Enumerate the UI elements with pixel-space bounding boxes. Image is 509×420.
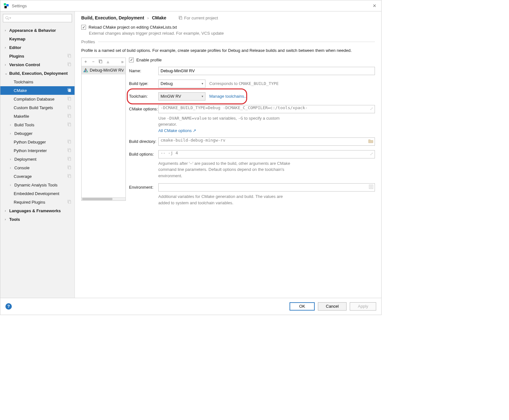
tree-item-plugins[interactable]: Plugins: [0, 52, 75, 60]
env-input[interactable]: [158, 183, 375, 192]
tree-item-deployment[interactable]: ›Deployment: [0, 155, 75, 164]
chevron-right-icon: ›: [5, 63, 8, 66]
svg-rect-2: [4, 6, 7, 8]
tree-item-required-plugins[interactable]: Required Plugins: [0, 198, 75, 206]
chevron-right-icon: ›: [10, 166, 13, 170]
project-scope-icon: [68, 148, 71, 153]
tree-item-python-interpreter[interactable]: Python Interpreter: [0, 146, 75, 155]
tree-item-embedded-development[interactable]: Embedded Development: [0, 189, 75, 198]
svg-rect-16: [68, 115, 71, 118]
tree-item-label: Tools: [9, 217, 20, 222]
tree-item-python-debugger[interactable]: Python Debugger: [0, 138, 75, 146]
tree-item-label: Toolchains: [14, 80, 33, 84]
tree-item-debugger[interactable]: ›Debugger: [0, 129, 75, 138]
tree-item-dynamic-analysis-tools[interactable]: ›Dynamic Analysis Tools: [0, 181, 75, 189]
tree-item-console[interactable]: ›Console: [0, 164, 75, 172]
close-icon[interactable]: ×: [371, 3, 378, 9]
folder-icon[interactable]: [368, 139, 373, 144]
ok-button[interactable]: OK: [290, 302, 315, 311]
reload-label: Reload CMake project on editing CMakeLis…: [89, 25, 177, 30]
name-input[interactable]: [158, 67, 375, 75]
search-input[interactable]: [3, 14, 72, 22]
all-cmake-options-link[interactable]: All CMake options ↗: [158, 128, 375, 133]
tree-item-keymap[interactable]: Keymap: [0, 35, 75, 43]
titlebar: Settings ×: [0, 0, 381, 11]
tree-item-label: Custom Build Targets: [14, 105, 53, 110]
svg-point-3: [6, 17, 8, 19]
cmakeopts-input[interactable]: -DCMAKE_BUILD_TYPE=Debug -DCMAKE_C_COMPI…: [158, 105, 375, 113]
expand-icon[interactable]: ⤢: [370, 151, 373, 156]
svg-rect-28: [68, 175, 71, 178]
toolchain-label: Toolchain:: [129, 92, 158, 99]
tree-item-appearance-behavior[interactable]: ›Appearance & Behavior: [0, 26, 75, 35]
help-icon[interactable]: ?: [5, 303, 12, 310]
svg-rect-30: [68, 201, 71, 204]
tree-item-label: Makefile: [14, 114, 29, 119]
name-label: Name:: [129, 67, 158, 73]
window-title: Settings: [12, 4, 27, 8]
svg-rect-24: [68, 158, 71, 161]
tree-item-cmake[interactable]: CMake: [0, 86, 75, 95]
svg-rect-1: [6, 4, 9, 6]
svg-rect-32: [180, 17, 182, 20]
cmake-icon: [83, 68, 88, 73]
buildtype-label: Build type:: [129, 80, 158, 86]
cancel-button[interactable]: Cancel: [318, 302, 347, 311]
env-hint: Additional variables for CMake generatio…: [158, 193, 292, 206]
tree-item-label: Appearance & Behavior: [9, 28, 56, 33]
project-scope-icon: [68, 88, 71, 93]
app-icon: [4, 3, 9, 9]
toolchain-select[interactable]: MinGW RV▾: [158, 92, 205, 101]
tree-item-label: Deployment: [14, 157, 36, 162]
tree-item-version-control[interactable]: ›Version Control: [0, 60, 75, 69]
up-icon[interactable]: ▲: [106, 59, 110, 64]
expand-icon[interactable]: ⤢: [370, 106, 373, 111]
tree-item-build-tools[interactable]: ›Build Tools: [0, 121, 75, 129]
buildtype-select[interactable]: Debug▾: [158, 80, 205, 88]
scrollbar[interactable]: [82, 197, 125, 200]
apply-button[interactable]: Apply: [350, 302, 376, 311]
tree-item-label: CMake: [14, 88, 27, 93]
tree-item-label: Console: [14, 165, 30, 170]
buildopts-input[interactable]: -- -j 4 ⤢: [158, 150, 375, 158]
tree-item-languages-frameworks[interactable]: ›Languages & Frameworks: [0, 206, 75, 215]
copy-icon[interactable]: [99, 59, 103, 64]
tree-item-tools[interactable]: ›Tools: [0, 215, 75, 224]
add-icon[interactable]: ＋: [83, 59, 88, 65]
env-label: Environment:: [129, 183, 158, 190]
manage-toolchains-link[interactable]: Manage toolchains...: [209, 94, 247, 99]
chevron-right-icon: ›: [5, 46, 8, 49]
svg-rect-10: [68, 89, 71, 92]
chevron-right-icon: ›: [5, 209, 8, 213]
chevron-right-icon: ›: [5, 29, 8, 32]
enable-profile-row[interactable]: Enable profile: [129, 58, 375, 62]
profile-item[interactable]: Debug-MinGW RV: [82, 66, 125, 74]
tree-item-toolchains[interactable]: Toolchains: [0, 78, 75, 86]
chevron-right-icon: ›: [5, 218, 8, 221]
chevron-right-icon: ›: [10, 158, 13, 161]
tree-item-coverage[interactable]: Coverage: [0, 172, 75, 181]
tree-item-build-execution-deployment[interactable]: ⌄Build, Execution, Deployment: [0, 69, 75, 78]
builddir-input[interactable]: cmake-build-debug-mingw-rv: [158, 137, 375, 146]
project-scope-icon: [68, 200, 71, 205]
breadcrumb-current: CMake: [152, 15, 166, 20]
tree-item-editor[interactable]: ›Editor: [0, 43, 75, 52]
breadcrumb-parent[interactable]: Build, Execution, Deployment: [81, 15, 144, 20]
checkbox-icon[interactable]: [81, 25, 86, 30]
buildopts-label: Build options:: [129, 150, 158, 157]
more-icon[interactable]: »: [121, 59, 124, 64]
tree-item-label: Build, Execution, Deployment: [9, 71, 68, 76]
chevron-right-icon: ›: [10, 123, 13, 127]
project-scope-icon: [68, 174, 71, 179]
tree-item-makefile[interactable]: Makefile: [0, 112, 75, 121]
project-scope-icon: [68, 97, 71, 102]
profile-list: ＋ － ▲ » Debug-MinGW RV: [81, 58, 126, 201]
project-scope-icon: [68, 54, 71, 59]
reload-checkbox-row[interactable]: Reload CMake project on editing CMakeLis…: [81, 25, 375, 30]
list-icon[interactable]: [369, 185, 373, 190]
remove-icon[interactable]: －: [91, 59, 96, 65]
checkbox-icon[interactable]: [129, 58, 134, 62]
tree-item-compilation-database[interactable]: Compilation Database: [0, 95, 75, 103]
tree-item-custom-build-targets[interactable]: Custom Build Targets: [0, 103, 75, 112]
project-scope-icon: [68, 122, 71, 127]
